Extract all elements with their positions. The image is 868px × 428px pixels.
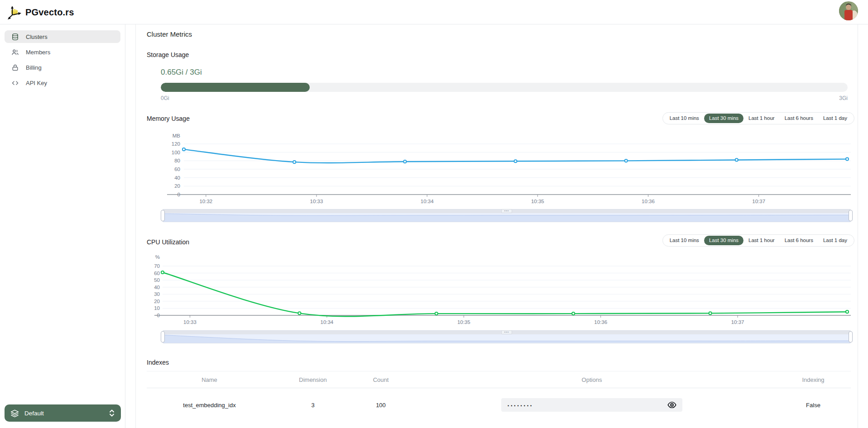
navigator-left-handle[interactable] [161, 331, 165, 342]
range-button-last-1-day[interactable]: Last 1 day [818, 236, 852, 245]
navigator-line [163, 214, 850, 215]
range-button-last-30-mins[interactable]: Last 30 mins [704, 236, 743, 245]
data-point [182, 148, 185, 151]
x-tick-label: 10:34 [320, 319, 333, 325]
indexes-table-header: Name Dimension Count Options Indexing [147, 371, 851, 388]
main-area: Cluster Metrics Storage Usage 0.65Gi / 3… [125, 24, 858, 428]
index-name-cell: test_embedding_idx [147, 388, 272, 422]
navigator-right-handle[interactable] [849, 210, 853, 221]
options-masked-field[interactable]: •••••••• [501, 398, 682, 412]
range-button-last-1-hour[interactable]: Last 1 hour [743, 114, 780, 123]
chevron-updown-icon [109, 409, 115, 417]
y-tick-label: 20 [174, 183, 180, 189]
storage-min-label: 0Gi [161, 95, 169, 101]
range-button-last-10-mins[interactable]: Last 10 mins [665, 114, 704, 123]
sidebar-item-label: Members [26, 49, 50, 56]
navigator-right-handle[interactable] [849, 331, 853, 342]
navigator-drag-tab[interactable]: ••• [501, 330, 512, 334]
project-selector[interactable]: Default [5, 404, 121, 422]
x-tick-label: 10:37 [752, 199, 765, 204]
storage-progress-fill [161, 83, 310, 92]
storage-progress-bar [161, 83, 848, 92]
x-tick-label: 10:32 [199, 199, 212, 204]
range-button-last-6-hours[interactable]: Last 6 hours [780, 236, 818, 245]
eye-icon [667, 400, 677, 410]
data-point [735, 158, 738, 161]
data-point [161, 271, 164, 274]
cpu-utilization-title: CPU Utilization [147, 238, 189, 246]
page-title: Cluster Metrics [147, 30, 192, 38]
range-button-last-6-hours[interactable]: Last 6 hours [780, 114, 818, 123]
index-options-cell: •••••••• [408, 388, 776, 422]
y-axis-unit: MB [173, 133, 181, 138]
x-tick-label: 10:34 [421, 199, 434, 204]
data-point [435, 312, 438, 315]
memory-usage-chart: MB02040608010012010:3210:3310:3410:3510:… [136, 128, 858, 208]
navigator-area [163, 214, 850, 222]
sidebar-item-clusters[interactable]: Clusters [5, 30, 120, 43]
data-point [572, 312, 575, 315]
range-button-last-30-mins[interactable]: Last 30 mins [704, 114, 743, 123]
sidebar-item-billing[interactable]: Billing [5, 61, 120, 74]
memory-time-range-group: Last 10 minsLast 30 minsLast 1 hourLast … [662, 112, 854, 124]
y-tick-label: 60 [174, 166, 180, 172]
cpu-utilization-chart: %01020304050607010:3310:3410:3510:3610:3… [136, 250, 858, 328]
range-button-last-10-mins[interactable]: Last 10 mins [665, 236, 704, 245]
members-icon [11, 48, 19, 56]
y-tick-label: 30 [154, 291, 160, 297]
avatar-photo [839, 1, 858, 20]
pgvecto-cube-icon [7, 5, 23, 20]
sidebar-item-label: Clusters [26, 33, 48, 40]
reveal-options-button[interactable] [667, 400, 677, 410]
x-tick-label: 10:35 [457, 319, 470, 325]
col-header-dimension: Dimension [272, 371, 354, 388]
col-header-count: Count [354, 371, 408, 388]
project-name: Default [24, 410, 44, 417]
col-header-indexing: Indexing [776, 371, 851, 388]
app-name: PGvecto.rs [25, 7, 74, 18]
user-avatar[interactable] [839, 1, 858, 20]
layers-icon [10, 409, 19, 418]
data-point [403, 160, 406, 163]
data-point [514, 160, 517, 162]
data-point [298, 312, 301, 314]
cpu-chart-navigator[interactable]: ••• [163, 330, 851, 343]
navigator-area [163, 335, 850, 343]
sidebar-item-label: API Key [26, 80, 47, 86]
x-tick-label: 10:35 [531, 199, 544, 204]
navigator-left-handle[interactable] [161, 210, 165, 221]
navigator-drag-tab[interactable]: ••• [501, 209, 512, 213]
y-tick-label: 40 [174, 175, 180, 181]
sidebar-item-label: Billing [26, 64, 42, 71]
y-tick-label: 20 [154, 299, 160, 304]
index-dimension-cell: 3 [272, 388, 354, 422]
x-tick-label: 10:33 [310, 199, 323, 204]
sidebar-item-api-key[interactable]: API Key [5, 76, 120, 89]
top-header: PGvecto.rs [0, 0, 868, 24]
y-tick-label: 10 [154, 305, 160, 311]
data-point [293, 161, 296, 163]
storage-usage-title: Storage Usage [147, 51, 189, 58]
x-tick-label: 10:37 [731, 319, 744, 325]
cluster-metrics-panel: Cluster Metrics Storage Usage 0.65Gi / 3… [135, 24, 858, 428]
y-tick-label: 70 [154, 263, 160, 269]
range-button-last-1-day[interactable]: Last 1 day [818, 114, 852, 123]
x-tick-label: 10:36 [642, 199, 655, 204]
masked-value: •••••••• [508, 402, 533, 408]
sidebar-menu: Clusters Members Billing [0, 24, 125, 89]
indexes-table: Name Dimension Count Options Indexing te… [147, 371, 851, 422]
app-logo: PGvecto.rs [7, 5, 74, 20]
sidebar-item-members[interactable]: Members [5, 46, 120, 58]
table-row: test_embedding_idx 3 100 •••••••• False [147, 388, 851, 422]
sidebar: Clusters Members Billing [0, 24, 125, 428]
lock-icon [11, 64, 19, 71]
range-button-last-1-hour[interactable]: Last 1 hour [743, 236, 780, 245]
data-point [846, 158, 849, 161]
memory-chart-navigator[interactable]: ••• [163, 209, 851, 222]
code-icon [11, 79, 19, 87]
y-tick-label: 50 [154, 277, 160, 283]
database-icon [11, 33, 19, 41]
y-tick-label: 40 [154, 285, 160, 290]
y-axis-unit: % [155, 254, 160, 260]
y-tick-label: 60 [154, 271, 160, 276]
